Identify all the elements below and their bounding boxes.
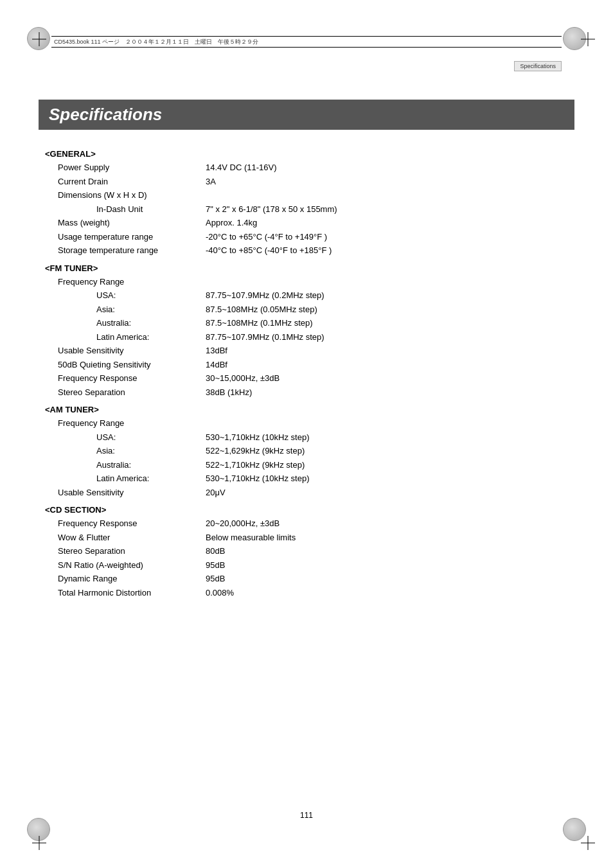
spec-label: Mass (weight) [58, 217, 206, 229]
spec-value: 7" x 2" x 6-1/8" (178 x 50 x 155mm) [206, 203, 337, 216]
spec-row: Australia: 87.5~108MHz (0.1MHz step) [58, 317, 574, 330]
spec-label: Current Drain [58, 175, 206, 188]
spec-value-thd: 0.008% [206, 587, 234, 599]
spec-label-indent: Australia: [58, 317, 206, 330]
spec-row: S/N Ratio (A-weighted) 95dB [58, 559, 574, 572]
spec-row: Usable Sensitivity 20μV [58, 486, 574, 499]
spec-label-stereo-sep-cd: Stereo Separation [58, 545, 206, 558]
spec-value-dynamic-range: 95dB [206, 572, 225, 585]
spec-label-indent: Latin America: [58, 331, 206, 344]
cd-spec-table: Frequency Response 20~20,000Hz, ±3dB Wow… [58, 517, 574, 599]
general-spec-table: Power Supply 14.4V DC (11-16V) Current D… [58, 161, 574, 257]
spec-value: 87.5~108MHz (0.05MHz step) [206, 303, 317, 316]
spec-value: -40°C to +85°C (-40°F to +185°F ) [206, 244, 332, 257]
spec-row: Frequency Response 30~15,000Hz, ±3dB [58, 372, 574, 385]
spec-row-stereo-sep-cd: Stereo Separation 80dB [58, 545, 574, 558]
spec-row: Frequency Response 20~20,000Hz, ±3dB [58, 517, 574, 530]
spec-label-wow-flutter: Wow & Flutter [58, 531, 206, 544]
spec-value: 522~1,629kHz (9kHz step) [206, 445, 305, 457]
spec-row: Dimensions (W x H x D) [58, 189, 574, 202]
spec-value-stereo-sep-fm: 38dB (1kHz) [206, 386, 252, 399]
spec-label-indent: USA: [58, 289, 206, 302]
spec-label: S/N Ratio (A-weighted) [58, 559, 206, 572]
spec-value: 522~1,710kHz (9kHz step) [206, 459, 305, 472]
spec-row: Usable Sensitivity 13dBf [58, 344, 574, 357]
am-spec-table: Frequency Range USA: 530~1,710kHz (10kHz… [58, 417, 574, 499]
spec-row-thd: Total Harmonic Distortion 0.008% [58, 587, 574, 599]
page-number: 111 [300, 811, 313, 820]
spec-row: Current Drain 3A [58, 175, 574, 188]
spec-row: 50dB Quieting Sensitivity 14dBf [58, 359, 574, 371]
spec-value: 30~15,000Hz, ±3dB [206, 372, 280, 385]
spec-row: Australia: 522~1,710kHz (9kHz step) [58, 459, 574, 472]
spec-value-stereo-sep-cd: 80dB [206, 545, 225, 558]
main-content: Specifications <GENERAL> Power Supply 14… [39, 100, 574, 599]
spec-row-dynamic-range: Dynamic Range 95dB [58, 572, 574, 585]
page: CD5435.book 111 ページ ２００４年１２月１１日 土曜日 午後５時… [0, 0, 613, 868]
spec-value: 530~1,710kHz (10kHz step) [206, 472, 310, 485]
section-am-tuner: <AM TUNER> Frequency Range USA: 530~1,71… [45, 405, 574, 499]
spec-value: 20μV [206, 486, 226, 499]
spec-row: Usage temperature range -20°C to +65°C (… [58, 231, 574, 244]
section-fm-tuner: <FM TUNER> Frequency Range USA: 87.75~10… [45, 263, 574, 399]
spec-label-indent: USA: [58, 431, 206, 444]
spec-row: In-Dash Unit 7" x 2" x 6-1/8" (178 x 50 … [58, 203, 574, 216]
spec-label-indent: Australia: [58, 459, 206, 472]
spec-label: Usage temperature range [58, 231, 206, 244]
section-cd: <CD SECTION> Frequency Response 20~20,00… [45, 505, 574, 599]
spec-value: Approx. 1.4kg [206, 217, 257, 229]
section-general: <GENERAL> Power Supply 14.4V DC (11-16V)… [45, 149, 574, 257]
spec-value: 3A [206, 175, 216, 188]
spec-label: Frequency Response [58, 372, 206, 385]
section-header-cd: <CD SECTION> [45, 505, 574, 515]
spec-value: 14.4V DC (11-16V) [206, 161, 277, 174]
spec-value-wow-flutter: Below measurable limits [206, 531, 296, 544]
spec-row-stereo-sep-fm: Stereo Separation 38dB (1kHz) [58, 386, 574, 399]
header-bar: CD5435.book 111 ページ ２００４年１２月１１日 土曜日 午後５時… [51, 36, 562, 48]
spec-label: Usable Sensitivity [58, 486, 206, 499]
spec-label-indent: Latin America: [58, 472, 206, 485]
spec-label: Usable Sensitivity [58, 344, 206, 357]
spec-row: Mass (weight) Approx. 1.4kg [58, 217, 574, 229]
spec-label-indent: In-Dash Unit [58, 203, 206, 216]
spec-label: Power Supply [58, 161, 206, 174]
spec-label-thd: Total Harmonic Distortion [58, 587, 206, 599]
spec-row: Asia: 522~1,629kHz (9kHz step) [58, 445, 574, 457]
spec-label: Frequency Range [58, 417, 206, 430]
spec-value: -20°C to +65°C (-4°F to +149°F ) [206, 231, 327, 244]
spec-label-stereo-sep-fm: Stereo Separation [58, 386, 206, 399]
spec-row: Storage temperature range -40°C to +85°C… [58, 244, 574, 257]
spec-value: 87.5~108MHz (0.1MHz step) [206, 317, 313, 330]
spec-label-dynamic-range: Dynamic Range [58, 572, 206, 585]
spec-row: Frequency Range [58, 276, 574, 288]
header-bar-text: CD5435.book 111 ページ ２００４年１２月１１日 土曜日 午後５時… [51, 38, 261, 46]
spec-tab: Specifications [514, 61, 562, 71]
spec-row: Asia: 87.5~108MHz (0.05MHz step) [58, 303, 574, 316]
spec-label: Dimensions (W x H x D) [58, 189, 206, 202]
spec-label: 50dB Quieting Sensitivity [58, 359, 206, 371]
spec-value: 530~1,710kHz (10kHz step) [206, 431, 310, 444]
spec-value: 20~20,000Hz, ±3dB [206, 517, 280, 530]
page-title: Specifications [49, 105, 564, 125]
spec-row: Latin America: 530~1,710kHz (10kHz step) [58, 472, 574, 485]
spec-label: Frequency Range [58, 276, 206, 288]
section-header-am: <AM TUNER> [45, 405, 574, 414]
spec-row: USA: 87.75~107.9MHz (0.2MHz step) [58, 289, 574, 302]
title-banner: Specifications [39, 100, 574, 130]
spec-row: Power Supply 14.4V DC (11-16V) [58, 161, 574, 174]
spec-value: 13dBf [206, 344, 227, 357]
spec-value: 87.75~107.9MHz (0.2MHz step) [206, 289, 324, 302]
spec-value: 87.75~107.9MHz (0.1MHz step) [206, 331, 324, 344]
section-header-general: <GENERAL> [45, 149, 574, 159]
spec-label-indent: Asia: [58, 445, 206, 457]
spec-value: 95dB [206, 559, 225, 572]
fm-spec-table: Frequency Range USA: 87.75~107.9MHz (0.2… [58, 276, 574, 399]
spec-row: Frequency Range [58, 417, 574, 430]
spec-row: USA: 530~1,710kHz (10kHz step) [58, 431, 574, 444]
spec-label: Frequency Response [58, 517, 206, 530]
section-header-fm: <FM TUNER> [45, 263, 574, 273]
spec-row: Wow & Flutter Below measurable limits [58, 531, 574, 544]
spec-row: Latin America: 87.75~107.9MHz (0.1MHz st… [58, 331, 574, 344]
spec-value: 14dBf [206, 359, 227, 371]
spec-label: Storage temperature range [58, 244, 206, 257]
